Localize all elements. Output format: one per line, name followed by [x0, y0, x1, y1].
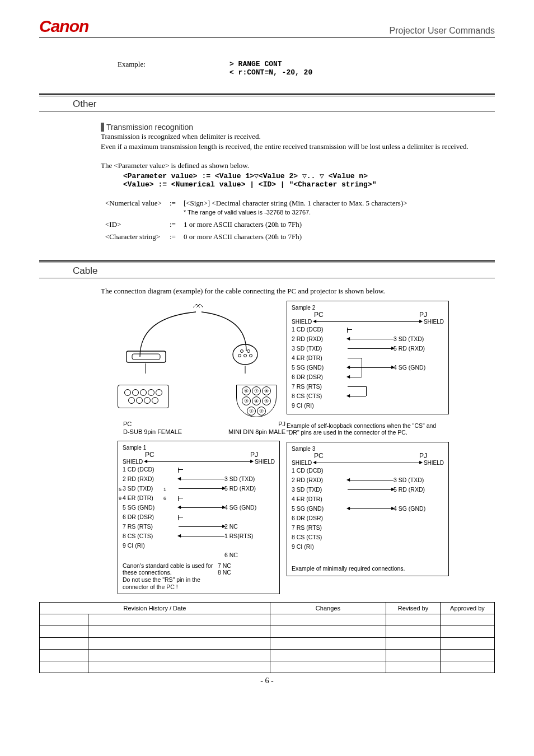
pin: 5 SG (GND) — [292, 364, 348, 371]
pin: 3 SD (TXD) — [394, 335, 444, 342]
rev-h1: Revision History / Date — [40, 603, 270, 614]
pin: 9 CI (RI) — [292, 402, 348, 409]
pin: 5 RD (RXD) — [224, 485, 275, 492]
pin: 2 RD (RXD) — [292, 335, 348, 342]
pin: 1 CD (DCD) — [292, 326, 348, 333]
pin: 2 NC — [224, 523, 275, 530]
cable-intro: The connection diagram (example) for the… — [39, 286, 495, 296]
shield-label: SHIELD — [292, 460, 312, 466]
pin: 4 ER (DTR) — [292, 496, 348, 502]
sample2-box: Sample 2 PCPJ SHIELD SHIELD 1 CD (DCD) 2… — [287, 301, 449, 414]
cable-figure: 5 1 9 6 ⑥⑦⑧ ③④⑤ ①② PC PJ D-SUB 9pin FEMA… — [118, 301, 280, 435]
pc-label: PC — [314, 311, 324, 319]
rev-h3: Revised by — [386, 603, 441, 614]
pin: 8 CS (CTS) — [292, 534, 348, 540]
pin: 2 RD (RXD) — [123, 475, 179, 482]
table-row — [40, 661, 495, 673]
dsub-label: D-SUB 9pin FEMALE — [123, 428, 182, 435]
minidin-icon: ⑥⑦⑧ ③④⑤ ①② — [236, 385, 277, 417]
pj-label: PJ — [419, 452, 427, 460]
pin: 1 CD (DCD) — [123, 466, 179, 473]
svg-point-5 — [238, 354, 241, 357]
pin: 3 SD (TXD) — [292, 345, 348, 352]
svg-rect-1 — [132, 354, 160, 360]
pin: 5 SG (GND) — [292, 505, 348, 512]
table-row — [40, 650, 495, 661]
pj-label: PJ — [250, 451, 258, 459]
pin: 4 SG (GND) — [224, 504, 275, 511]
pin: 8 CS (CTS) — [292, 393, 348, 399]
pin: 7 RS (RTS) — [123, 523, 179, 530]
svg-point-6 — [244, 354, 247, 357]
rev-h2: Changes — [270, 603, 386, 614]
table-row: <Character string> := 0 or more ASCII ch… — [102, 231, 411, 242]
section-rule — [39, 260, 495, 263]
def-key: <Character string> — [102, 231, 165, 242]
pin: 3 SD (TXD) — [224, 475, 275, 482]
other-p2: Even if a maximum transmission length is… — [101, 142, 489, 152]
rev-h4: Approved by — [441, 603, 495, 614]
shield-label: SHIELD — [255, 459, 275, 465]
example-line2: < r:CONT=N, -20, 20 — [229, 68, 312, 77]
pin: 6 DR (DSR) — [292, 515, 348, 521]
table-row — [40, 638, 495, 650]
table-row — [40, 626, 495, 638]
pin: 3 SD (TXD) — [123, 485, 179, 492]
pin: 5 RD (RXD) — [394, 345, 444, 352]
pc-label: PC — [123, 421, 132, 427]
def-key: <Numerical value> — [102, 198, 165, 218]
sample2-note: Example of self-loopback connections whe… — [287, 422, 449, 436]
shield-label: SHIELD — [123, 459, 143, 465]
page-number: - 6 - — [39, 676, 495, 685]
example-line1: > RANGE CONT — [229, 60, 312, 68]
pin: 5 RD (RXD) — [394, 486, 444, 493]
section-cable-title: Cable — [39, 265, 495, 277]
pin: 4 SG (GND) — [394, 364, 444, 371]
pin: 4 SG (GND) — [394, 505, 444, 512]
pin: 4 ER (DTR) — [123, 494, 179, 501]
pin: 2 RD (RXD) — [292, 477, 348, 483]
svg-point-7 — [250, 354, 252, 357]
sample3-note: Example of minimally required connection… — [292, 565, 444, 572]
shield-label: SHIELD — [424, 319, 444, 325]
diagram-area: 5 1 9 6 ⑥⑦⑧ ③④⑤ ①② PC PJ D-SUB 9pin FEMA… — [39, 301, 495, 594]
def-op: := — [166, 198, 179, 218]
other-body: Transmission recognition Transmission is… — [39, 123, 495, 244]
example-block: Example: > RANGE CONT < r:CONT=N, -20, 2… — [118, 60, 495, 77]
def-val: 0 or more ASCII characters (20h to 7Fh) — [180, 231, 411, 242]
other-p3: The <Parameter value> is defined as show… — [101, 161, 489, 171]
sample1-note: Canon's standard cable is used for these… — [123, 562, 218, 590]
pin: 8 CS (CTS) — [123, 533, 179, 539]
pin: 1 CD (DCD) — [292, 467, 348, 474]
section-rule-thin — [39, 111, 495, 111]
shield-label: SHIELD — [424, 460, 444, 466]
table-row — [40, 614, 495, 626]
def-val: 1 or more ASCII characters (20h to 7Fh) — [180, 219, 411, 230]
sample-label: Sample 1 — [123, 445, 275, 451]
section-other-title: Other — [39, 99, 495, 110]
pin: 7 NC — [218, 562, 231, 570]
pin: 4 ER (DTR) — [292, 354, 348, 361]
example-label: Example: — [118, 60, 229, 77]
def-table: <Numerical value> := [<Sign>] <Decimal c… — [101, 197, 412, 244]
minidin-label: MINI DIN 8pin MALE — [228, 428, 285, 435]
pj-label: PJ — [419, 311, 427, 319]
pc-label: PC — [145, 451, 154, 459]
pin: 7 RS (RTS) — [292, 383, 348, 390]
sample1-box: Sample 1 PCPJ SHIELD SHIELD 1 CD (DCD) 2… — [118, 441, 280, 594]
pin: 3 SD (TXD) — [394, 477, 444, 483]
def-key: <ID> — [102, 219, 165, 230]
def-line2: <Value> := <Numerical value> | <ID> | "<… — [123, 180, 489, 189]
def-note: * The range of valid values is -32768 to… — [184, 209, 311, 216]
pin: 7 RS (RTS) — [292, 524, 348, 531]
pin: 6 DR (DSR) — [292, 374, 348, 380]
pin: 6 DR (DSR) — [123, 514, 179, 520]
pin: 6 NC — [224, 552, 275, 558]
svg-point-4 — [247, 349, 250, 352]
other-p1: Transmission is recognized when delimite… — [101, 132, 489, 142]
pc-label: PC — [314, 452, 324, 460]
svg-point-3 — [241, 349, 243, 352]
pin: 9 CI (RI) — [123, 542, 179, 549]
pin: 1 RS(RTS) — [224, 533, 275, 539]
doc-title: Projector User Commands — [390, 26, 495, 36]
